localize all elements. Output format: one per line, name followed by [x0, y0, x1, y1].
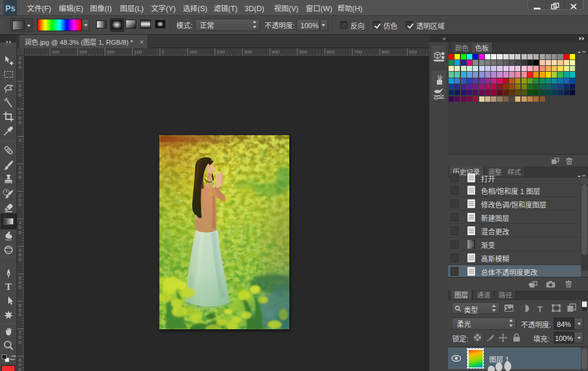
- svg-text:0: 0: [19, 119, 22, 125]
- svg-text:800: 800: [382, 48, 390, 55]
- svg-text:0: 0: [19, 339, 22, 345]
- svg-text:200: 200: [107, 48, 115, 55]
- svg-text:0: 0: [19, 256, 22, 262]
- svg-text:300: 300: [79, 48, 88, 55]
- svg-text:T: T: [5, 282, 12, 292]
- svg-text:0: 0: [162, 48, 165, 55]
- svg-text:0: 0: [19, 283, 22, 290]
- svg-text:100: 100: [134, 48, 142, 55]
- svg-text:0: 0: [19, 91, 22, 98]
- svg-text:0: 0: [19, 136, 22, 143]
- svg-text:0: 0: [19, 366, 22, 371]
- svg-text:700: 700: [354, 48, 362, 55]
- svg-text:200: 200: [217, 48, 225, 55]
- svg-text:500: 500: [299, 48, 308, 55]
- svg-text:400: 400: [52, 48, 60, 55]
- svg-text:0: 0: [19, 201, 22, 208]
- svg-text:0: 0: [19, 229, 22, 235]
- svg-text:300: 300: [244, 48, 252, 55]
- svg-text:100: 100: [189, 48, 198, 55]
- svg-text:0: 0: [19, 311, 22, 317]
- svg-text:0: 0: [19, 63, 22, 70]
- svg-text:600: 600: [327, 48, 335, 55]
- svg-text:400: 400: [272, 48, 280, 55]
- svg-text:900: 900: [409, 48, 417, 55]
- svg-text:0: 0: [19, 173, 22, 180]
